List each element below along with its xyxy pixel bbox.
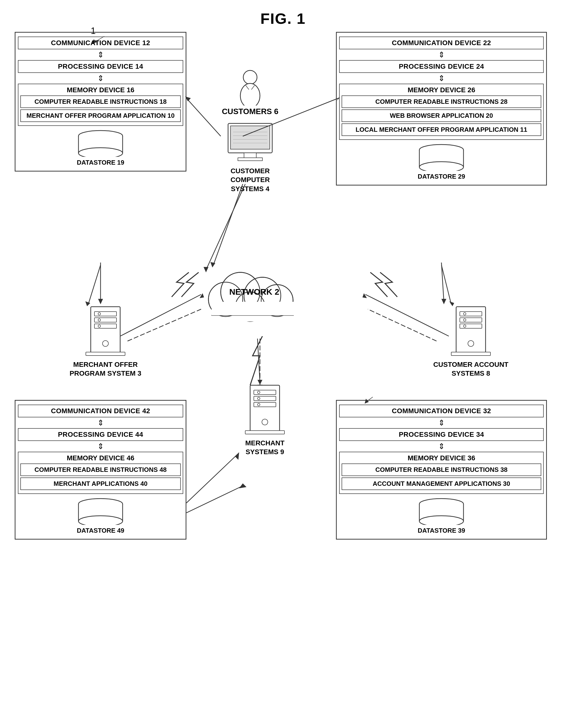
- datastore-49-cylinder: [76, 498, 125, 525]
- svg-rect-56: [86, 352, 125, 356]
- memory-container-16: MEMORY DEVICE 16 COMPUTER READABLE INSTR…: [18, 84, 183, 126]
- merchant-systems-icon-svg: [240, 383, 289, 437]
- merchant-apps-40: MERCHANT APPLICATIONS 40: [20, 477, 181, 490]
- bottomleft-system-box: COMMUNICATION DEVICE 42 ⇕ PROCESSING DEV…: [15, 400, 186, 540]
- arrow-42-44: ⇕: [18, 419, 183, 427]
- web-browser-app-20: WEB BROWSER APPLICATION 20: [341, 109, 541, 122]
- arrow-44-46: ⇕: [18, 442, 183, 450]
- fig-title: FIG. 1: [261, 10, 305, 27]
- svg-rect-49: [94, 312, 117, 316]
- svg-point-18: [79, 148, 123, 157]
- comm-device-12: COMMUNICATION DEVICE 12: [18, 37, 183, 49]
- customer-account-systems-label: CUSTOMER ACCOUNT SYSTEMS 8: [424, 360, 517, 378]
- processing-device-34: PROCESSING DEVICE 34: [339, 428, 544, 441]
- arrow-24-26: ⇕: [339, 74, 544, 82]
- comp-readable-38: COMPUTER READABLE INSTRUCTIONS 38: [341, 463, 541, 476]
- memory-device-36-label: MEMORY DEVICE 36: [341, 454, 541, 462]
- network-area: NETWORK 2: [191, 258, 314, 332]
- arrow-12-14: ⇕: [18, 51, 183, 59]
- memory-device-26-label: MEMORY DEVICE 26: [341, 86, 541, 94]
- comm-device-42: COMMUNICATION DEVICE 42: [18, 405, 183, 417]
- svg-point-53: [98, 319, 101, 321]
- account-mgmt-apps-30: ACCOUNT MANAGEMENT APPLICATIONS 30: [341, 477, 541, 490]
- merchant-offer-app-10: MERCHANT OFFER PROGRAM APPLICATION 10: [20, 109, 181, 122]
- comm-device-22: COMMUNICATION DEVICE 22: [339, 37, 544, 49]
- datastore-19-label: DATASTORE 19: [76, 159, 125, 166]
- svg-rect-59: [460, 318, 482, 322]
- svg-rect-58: [460, 312, 482, 316]
- datastore-29-label: DATASTORE 29: [417, 173, 466, 180]
- svg-rect-65: [451, 352, 490, 356]
- merchant-systems-label: MERCHANT SYSTEMS 9: [231, 439, 299, 457]
- merchant-offer-program-system-server: MERCHANT OFFER PROGRAM SYSTEM 3: [59, 304, 152, 378]
- svg-point-61: [463, 313, 466, 315]
- comp-readable-28: COMPUTER READABLE INSTRUCTIONS 28: [341, 95, 541, 108]
- svg-line-97: [213, 184, 243, 265]
- svg-point-55: [103, 341, 108, 346]
- comp-readable-18: COMPUTER READABLE INSTRUCTIONS 18: [20, 95, 181, 108]
- customer-person-icon: [236, 69, 265, 106]
- lightning-left: [137, 270, 201, 299]
- svg-rect-74: [245, 431, 284, 434]
- arrow-22-24: ⇕: [339, 51, 544, 59]
- memory-container-36: MEMORY DEVICE 36 COMPUTER READABLE INSTR…: [339, 452, 544, 494]
- network-label: NETWORK 2: [229, 287, 279, 297]
- svg-rect-51: [94, 324, 117, 328]
- svg-marker-1: [98, 299, 103, 304]
- comp-readable-48: COMPUTER READABLE INSTRUCTIONS 48: [20, 463, 181, 476]
- customer-account-server-icon-svg: [446, 304, 495, 358]
- bottomright-system-box: COMMUNICATION DEVICE 32 ⇕ PROCESSING DEV…: [336, 400, 547, 540]
- svg-point-24: [243, 70, 257, 84]
- merchant-server-icon-svg: [81, 304, 130, 358]
- svg-point-25: [240, 83, 260, 106]
- svg-rect-60: [460, 324, 482, 328]
- svg-point-64: [468, 341, 474, 346]
- datastore-19-container: DATASTORE 19: [76, 130, 125, 166]
- svg-rect-29: [231, 126, 270, 149]
- arrow-34-36: ⇕: [339, 442, 544, 450]
- svg-marker-9: [239, 483, 247, 488]
- svg-line-8: [186, 486, 243, 513]
- svg-rect-50: [94, 318, 117, 322]
- datastore-49-label: DATASTORE 49: [76, 527, 125, 534]
- svg-point-23: [419, 162, 463, 171]
- memory-container-46: MEMORY DEVICE 46 COMPUTER READABLE INSTR…: [18, 452, 183, 494]
- svg-point-70: [258, 391, 260, 394]
- topright-system-box: COMMUNICATION DEVICE 22 ⇕ PROCESSING DEV…: [336, 32, 547, 185]
- customer-computer-label: CUSTOMER COMPUTER SYSTEMS 4: [213, 167, 287, 193]
- svg-line-2: [441, 263, 444, 302]
- svg-point-84: [419, 516, 463, 525]
- lightning-down: [243, 336, 282, 385]
- memory-container-26: MEMORY DEVICE 26 COMPUTER READABLE INSTR…: [339, 84, 544, 140]
- customer-area: CUSTOMERS 6 CUSTOMER COMPUTER SYSTEMS 4: [213, 69, 287, 193]
- svg-point-79: [79, 516, 123, 525]
- comm-device-32: COMMUNICATION DEVICE 32: [339, 405, 544, 417]
- processing-device-14: PROCESSING DEVICE 14: [18, 60, 183, 73]
- svg-rect-68: [254, 396, 276, 401]
- local-merchant-app-11: LOCAL MERCHANT OFFER PROGRAM APPLICATION…: [341, 123, 541, 136]
- lightning-right: [368, 270, 432, 299]
- customer-account-systems-server: CUSTOMER ACCOUNT SYSTEMS 8: [424, 304, 517, 378]
- merchant-offer-program-system-label: MERCHANT OFFER PROGRAM SYSTEM 3: [59, 360, 152, 378]
- processing-device-24: PROCESSING DEVICE 24: [339, 60, 544, 73]
- svg-line-85: [88, 265, 101, 304]
- svg-marker-92: [362, 293, 367, 298]
- arrow-32-34: ⇕: [339, 419, 544, 427]
- svg-rect-47: [212, 302, 294, 315]
- svg-rect-69: [254, 402, 276, 407]
- svg-rect-30: [244, 153, 256, 158]
- svg-point-54: [98, 325, 101, 327]
- datastore-29-cylinder: [417, 144, 466, 171]
- datastore-39-container: DATASTORE 39: [417, 498, 466, 534]
- svg-point-73: [262, 419, 268, 425]
- datastore-19-cylinder: [76, 130, 125, 157]
- datastore-39-label: DATASTORE 39: [417, 527, 466, 534]
- customer-computer-icon: [223, 121, 277, 165]
- datastore-49-container: DATASTORE 49: [76, 498, 125, 534]
- processing-device-44: PROCESSING DEVICE 44: [18, 428, 183, 441]
- svg-point-72: [258, 403, 260, 406]
- datastore-29-container: DATASTORE 29: [417, 144, 466, 180]
- merchant-systems-server: MERCHANT SYSTEMS 9: [231, 383, 299, 457]
- memory-device-46-label: MEMORY DEVICE 46: [20, 454, 181, 462]
- arrow-14-16: ⇕: [18, 74, 183, 82]
